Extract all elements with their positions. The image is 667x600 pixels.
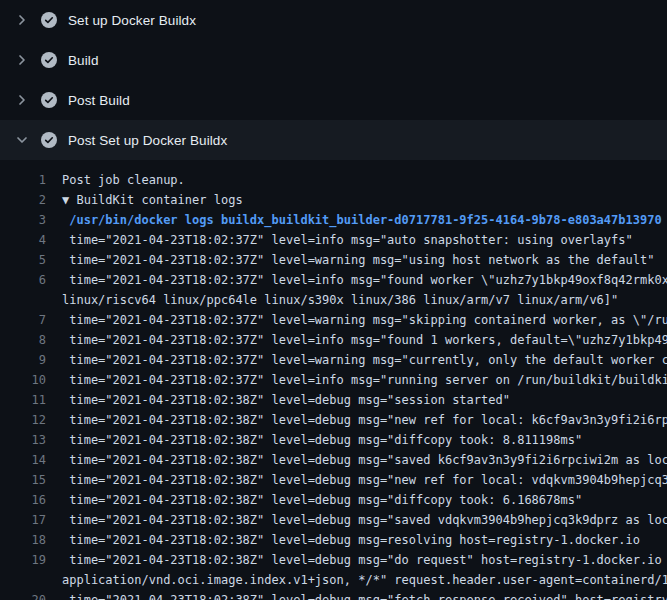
log-text: time="2021-04-23T18:02:38Z" level=debug … (62, 490, 582, 510)
log-line-12: 12 time="2021-04-23T18:02:38Z" level=deb… (0, 410, 667, 430)
log-text: linux/riscv64 linux/ppc64le linux/s390x … (62, 290, 618, 310)
step-label: Post Set up Docker Buildx (68, 133, 227, 148)
line-number[interactable]: 17 (0, 510, 46, 530)
log-text: time="2021-04-23T18:02:37Z" level=warnin… (62, 350, 667, 370)
line-number[interactable]: 8 (0, 330, 46, 350)
log-body: 1Post job cleanup.2▼ BuildKit container … (0, 160, 667, 600)
step-label: Set up Docker Buildx (68, 13, 196, 28)
line-number[interactable]: 12 (0, 410, 46, 430)
chevron-right-icon (14, 12, 30, 28)
log-line-20: 20 time="2021-04-23T18:02:38Z" level=deb… (0, 590, 667, 600)
log-text: time="2021-04-23T18:02:37Z" level=info m… (62, 270, 667, 290)
log-line-11: 11 time="2021-04-23T18:02:38Z" level=deb… (0, 390, 667, 410)
log-text: time="2021-04-23T18:02:38Z" level=debug … (62, 410, 667, 430)
log-text: time="2021-04-23T18:02:37Z" level=warnin… (62, 310, 667, 330)
line-number[interactable]: 10 (0, 370, 46, 390)
log-text: time="2021-04-23T18:02:37Z" level=info m… (62, 230, 633, 250)
log-line-7: 7 time="2021-04-23T18:02:37Z" level=warn… (0, 310, 667, 330)
check-circle-icon (41, 132, 57, 148)
log-line-14: 14 time="2021-04-23T18:02:38Z" level=deb… (0, 450, 667, 470)
chevron-right-icon (14, 92, 30, 108)
log-line-continuation: linux/riscv64 linux/ppc64le linux/s390x … (0, 290, 667, 310)
log-text: time="2021-04-23T18:02:38Z" level=debug … (62, 450, 667, 470)
command-text: /usr/bin/docker logs buildx_buildkit_bui… (62, 210, 662, 230)
check-circle-icon (41, 12, 57, 28)
log-line-3: 3 /usr/bin/docker logs buildx_buildkit_b… (0, 210, 667, 230)
log-line-17: 17 time="2021-04-23T18:02:38Z" level=deb… (0, 510, 667, 530)
log-line-6: 6 time="2021-04-23T18:02:37Z" level=info… (0, 270, 667, 290)
line-number[interactable]: 5 (0, 250, 46, 270)
chevron-right-icon (14, 52, 30, 68)
line-number[interactable]: 7 (0, 310, 46, 330)
step-label: Build (68, 53, 99, 68)
log-line-16: 16 time="2021-04-23T18:02:38Z" level=deb… (0, 490, 667, 510)
log-text: time="2021-04-23T18:02:37Z" level=warnin… (62, 250, 654, 270)
line-number[interactable]: 4 (0, 230, 46, 250)
log-text: time="2021-04-23T18:02:38Z" level=debug … (62, 590, 667, 600)
log-line-4: 4 time="2021-04-23T18:02:37Z" level=info… (0, 230, 667, 250)
line-number[interactable]: 18 (0, 530, 46, 550)
line-number[interactable]: 13 (0, 430, 46, 450)
log-line-15: 15 time="2021-04-23T18:02:38Z" level=deb… (0, 470, 667, 490)
log-text: time="2021-04-23T18:02:38Z" level=debug … (62, 430, 582, 450)
line-number[interactable]: 1 (0, 170, 46, 190)
check-circle-icon (41, 92, 57, 108)
chevron-down-icon (14, 132, 30, 148)
log-text: time="2021-04-23T18:02:38Z" level=debug … (62, 550, 667, 570)
log-line-9: 9 time="2021-04-23T18:02:37Z" level=warn… (0, 350, 667, 370)
log-line-8: 8 time="2021-04-23T18:02:37Z" level=info… (0, 330, 667, 350)
log-line-1: 1Post job cleanup. (0, 170, 667, 190)
log-group-toggle[interactable]: ▼ BuildKit container logs (62, 190, 243, 210)
log-line-10: 10 time="2021-04-23T18:02:37Z" level=inf… (0, 370, 667, 390)
log-line-continuation: application/vnd.oci.image.index.v1+json,… (0, 570, 667, 590)
log-line-2: 2▼ BuildKit container logs (0, 190, 667, 210)
log-text: time="2021-04-23T18:02:37Z" level=info m… (62, 330, 667, 350)
log-text: time="2021-04-23T18:02:38Z" level=debug … (62, 530, 640, 550)
line-number[interactable]: 2 (0, 190, 46, 210)
line-number[interactable]: 14 (0, 450, 46, 470)
log-text: time="2021-04-23T18:02:37Z" level=info m… (62, 370, 667, 390)
line-number[interactable]: 11 (0, 390, 46, 410)
step-header-post-set-up-docker-buildx[interactable]: Post Set up Docker Buildx (0, 120, 667, 160)
line-number[interactable]: 19 (0, 550, 46, 570)
check-circle-icon (41, 52, 57, 68)
log-line-18: 18 time="2021-04-23T18:02:38Z" level=deb… (0, 530, 667, 550)
actions-log-viewer: Set up Docker Buildx Build Post Build Po… (0, 0, 667, 600)
step-header-set-up-docker-buildx[interactable]: Set up Docker Buildx (0, 0, 667, 40)
log-line-13: 13 time="2021-04-23T18:02:38Z" level=deb… (0, 430, 667, 450)
log-line-5: 5 time="2021-04-23T18:02:37Z" level=warn… (0, 250, 667, 270)
line-number[interactable]: 3 (0, 210, 46, 230)
log-text: time="2021-04-23T18:02:38Z" level=debug … (62, 470, 667, 490)
log-text: Post job cleanup. (62, 170, 185, 190)
step-label: Post Build (68, 93, 130, 108)
log-line-19: 19 time="2021-04-23T18:02:38Z" level=deb… (0, 550, 667, 570)
line-number[interactable]: 9 (0, 350, 46, 370)
line-number[interactable]: 15 (0, 470, 46, 490)
line-number (0, 290, 46, 310)
log-text: time="2021-04-23T18:02:38Z" level=debug … (62, 510, 667, 530)
line-number (0, 570, 46, 590)
line-number[interactable]: 16 (0, 490, 46, 510)
line-number[interactable]: 20 (0, 590, 46, 600)
step-header-build[interactable]: Build (0, 40, 667, 80)
line-number[interactable]: 6 (0, 270, 46, 290)
log-text: time="2021-04-23T18:02:38Z" level=debug … (62, 390, 510, 410)
log-text: application/vnd.oci.image.index.v1+json,… (62, 570, 667, 590)
step-header-post-build[interactable]: Post Build (0, 80, 667, 120)
